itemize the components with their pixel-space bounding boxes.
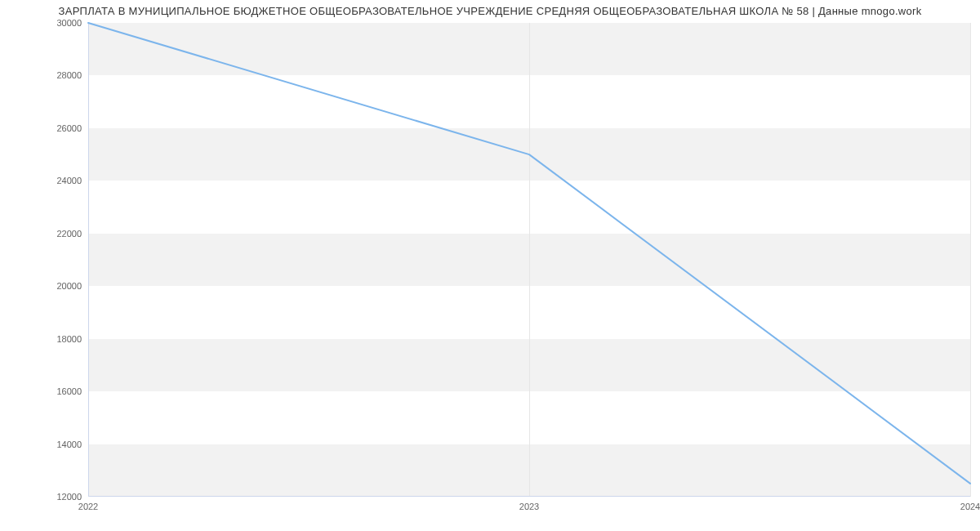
x-tick-label: 2022: [78, 502, 98, 511]
y-tick-label: 28000: [56, 70, 82, 80]
y-tick-label: 22000: [56, 229, 82, 239]
series-line: [88, 23, 970, 484]
chart-title: ЗАРПЛАТА В МУНИЦИПАЛЬНОЕ БЮДЖЕТНОЕ ОБЩЕО…: [0, 5, 980, 17]
x-tick-label: 2023: [519, 502, 539, 511]
grid-vertical: [970, 23, 971, 497]
y-tick-label: 20000: [56, 281, 82, 291]
y-tick-label: 30000: [56, 18, 82, 28]
y-tick-label: 12000: [56, 492, 82, 502]
y-tick-label: 26000: [56, 123, 82, 133]
plot-area: 1200014000160001800020000220002400026000…: [88, 23, 970, 497]
y-tick-label: 16000: [56, 386, 82, 396]
chart-container: ЗАРПЛАТА В МУНИЦИПАЛЬНОЕ БЮДЖЕТНОЕ ОБЩЕО…: [0, 0, 980, 531]
y-tick-label: 18000: [56, 334, 82, 344]
x-tick-label: 2024: [960, 502, 980, 511]
y-tick-label: 24000: [56, 176, 82, 185]
line-layer: [88, 23, 970, 497]
y-tick-label: 14000: [56, 440, 82, 449]
